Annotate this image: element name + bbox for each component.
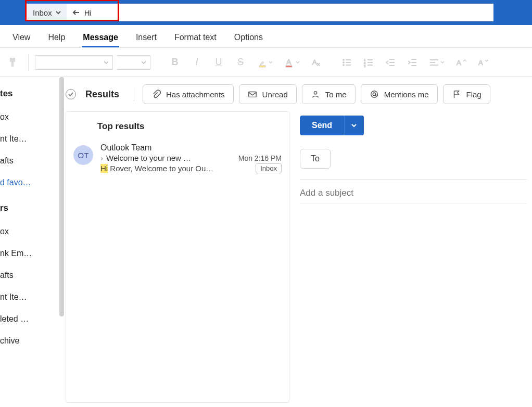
svg-marker-3 [260, 61, 264, 66]
result-preview-rest: Rover, Welcome to your Ou… [108, 164, 213, 173]
svg-rect-4 [259, 66, 265, 67]
filter-to-me[interactable]: To me [302, 84, 356, 104]
highlight-icon [257, 57, 268, 68]
result-body: Outlook Team › Welcome to your new … Mon… [100, 143, 282, 173]
svg-rect-2 [11, 62, 14, 67]
avatar: OT [73, 145, 93, 165]
send-button[interactable]: Send [300, 116, 344, 135]
compose-panel: Send To [300, 111, 532, 403]
sidebar-add-favorite[interactable]: d favo… [0, 172, 56, 194]
chevron-down-icon [269, 60, 273, 65]
chevron-down-icon [440, 60, 445, 65]
increase-indent-button[interactable] [403, 54, 421, 71]
svg-point-35 [373, 93, 375, 95]
tab-insert[interactable]: Insert [135, 28, 158, 47]
sidebar-item-sent[interactable]: nt Ite… [0, 128, 56, 150]
result-preview: Hi Rover, Welcome to your Ou… [100, 164, 213, 173]
svg-rect-6 [286, 66, 292, 67]
send-options-button[interactable] [344, 116, 364, 135]
title-bar: Inbox [0, 0, 532, 25]
sidebar-folder-archive[interactable]: chive [0, 330, 56, 352]
svg-point-33 [314, 92, 316, 94]
font-name-dropdown[interactable] [35, 55, 113, 70]
filter-flag[interactable]: Flag [443, 84, 490, 104]
align-button[interactable] [425, 54, 448, 71]
sidebar-folder-deleted[interactable]: leted … [0, 308, 56, 330]
search-scope-dropdown[interactable]: Inbox [26, 4, 67, 21]
mail-icon [248, 90, 257, 99]
subject-row [300, 180, 527, 204]
bullet-list-icon [341, 57, 352, 68]
tab-help[interactable]: Help [47, 28, 66, 47]
to-row: To [300, 146, 527, 180]
sidebar-folder-junk[interactable]: nk Em… [0, 243, 56, 264]
strikethrough-button[interactable]: S [232, 54, 249, 71]
outdent-icon [385, 57, 396, 68]
flag-icon [452, 90, 461, 99]
tab-view[interactable]: View [11, 28, 31, 47]
chevron-down-icon [55, 9, 61, 16]
format-painter-button[interactable] [4, 54, 22, 71]
svg-text:A: A [478, 59, 483, 67]
chevron-down-icon [296, 60, 300, 65]
ribbon-toolbar: B I U S A A✕ 123 A A [0, 48, 532, 77]
font-color-icon: A [284, 57, 295, 68]
filter-mentions-me[interactable]: Mentions me [361, 84, 438, 104]
highlight-color-button[interactable] [254, 54, 276, 71]
svg-point-10 [343, 61, 345, 63]
at-icon [370, 90, 379, 99]
numbering-button[interactable]: 123 [360, 54, 377, 71]
indent-icon [407, 57, 417, 68]
result-row[interactable]: OT Outlook Team › Welcome to your new … … [66, 139, 289, 181]
to-label: To [311, 154, 320, 163]
chip-label: To me [325, 90, 347, 99]
sidebar-scrollbar[interactable] [59, 77, 64, 316]
separator [134, 87, 134, 101]
tab-message[interactable]: Message [82, 28, 119, 47]
bold-button[interactable]: B [166, 54, 184, 71]
decrease-indent-button[interactable] [382, 54, 399, 71]
to-button[interactable]: To [300, 149, 331, 169]
result-subject: › Welcome to your new … [100, 154, 191, 162]
sidebar-folder-inbox[interactable]: ox [0, 221, 56, 243]
clear-formatting-button[interactable]: A✕ [308, 54, 325, 71]
filter-has-attachments[interactable]: Has attachments [143, 84, 234, 104]
sidebar-folder-drafts[interactable]: afts [0, 264, 56, 286]
chevron-right-icon: › [100, 154, 103, 162]
font-size-dropdown[interactable] [117, 55, 150, 70]
underline-icon: U [216, 57, 222, 68]
tab-options[interactable]: Options [233, 28, 264, 47]
tab-format-text[interactable]: Format text [173, 28, 218, 47]
select-all-toggle[interactable] [66, 89, 76, 99]
attachment-icon [151, 90, 161, 99]
search-box [67, 4, 493, 21]
svg-text:3: 3 [364, 65, 366, 68]
svg-rect-32 [248, 92, 256, 97]
align-icon [429, 57, 439, 68]
chip-label: Mentions me [384, 90, 429, 99]
font-color-button[interactable]: A [281, 54, 303, 71]
increase-font-button[interactable]: A [452, 54, 470, 71]
results-title: Results [85, 89, 119, 100]
bullets-button[interactable] [338, 54, 356, 71]
italic-button[interactable]: I [188, 54, 206, 71]
body: tes ox nt Ite… afts d favo… rs ox nk Em…… [0, 77, 532, 407]
underline-button[interactable]: U [210, 54, 227, 71]
sidebar-item-drafts[interactable]: afts [0, 150, 56, 172]
sidebar-folder-sent[interactable]: nt Ite… [0, 286, 56, 308]
sidebar-item-inbox[interactable]: ox [0, 106, 56, 128]
main: Results Has attachments Unread To me Men… [56, 77, 532, 407]
send-row: Send [300, 111, 527, 146]
decrease-font-icon: A [478, 57, 488, 68]
results-panel: Results Has attachments Unread To me Men… [66, 84, 532, 407]
bold-icon: B [172, 57, 179, 68]
filter-unread[interactable]: Unread [239, 84, 297, 104]
folders-heading: rs [0, 194, 56, 221]
search-back-button[interactable] [67, 8, 84, 17]
search-input[interactable] [84, 8, 493, 17]
svg-rect-1 [10, 58, 15, 62]
strikethrough-icon: S [237, 57, 244, 68]
decrease-font-button[interactable]: A [474, 54, 492, 71]
subject-input[interactable] [300, 180, 527, 204]
chevron-down-icon [350, 122, 358, 129]
